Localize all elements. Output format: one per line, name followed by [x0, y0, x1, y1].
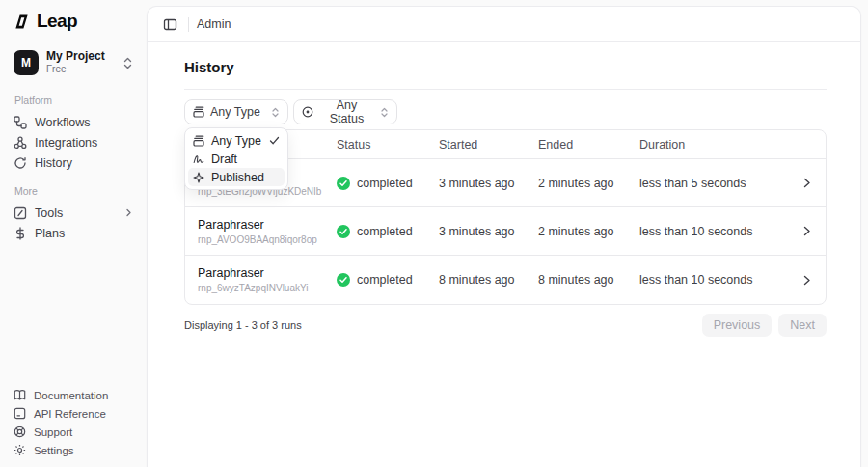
check-circle-icon	[337, 273, 350, 287]
run-id: rnp_6wyzTAzpqINVluakYi	[198, 283, 337, 293]
chevron-right-icon	[124, 208, 133, 217]
menu-item-published[interactable]: Published	[188, 168, 285, 186]
project-name: My Project	[46, 50, 115, 64]
breadcrumb: Admin	[197, 17, 231, 31]
sidebar-item-tools[interactable]: Tools	[0, 203, 147, 223]
row-chevron[interactable]	[800, 226, 826, 236]
menu-item-label: Draft	[211, 152, 237, 166]
sidebar-item-label: History	[35, 156, 72, 170]
sidebar-item-label: API Reference	[34, 408, 106, 420]
sidebar-item-label: Tools	[35, 206, 63, 220]
topbar-divider	[188, 17, 189, 32]
brand-logo-row: Leap	[0, 10, 147, 33]
project-switcher[interactable]: M My Project Free	[8, 46, 139, 79]
draft-scribble-icon	[193, 153, 204, 165]
sidebar-item-plans[interactable]: Plans	[0, 223, 147, 243]
sidebar-item-workflows[interactable]: Workflows	[0, 112, 147, 132]
status-badge: completed	[337, 273, 439, 287]
status-label: completed	[357, 273, 413, 287]
sidebar-item-settings[interactable]: Settings	[0, 441, 147, 459]
sidebar-item-label: Support	[34, 426, 72, 438]
column-header-duration: Duration	[639, 138, 800, 151]
chevrons-up-down-icon	[380, 107, 389, 118]
type-icon	[193, 135, 204, 147]
row-chevron[interactable]	[800, 275, 826, 286]
status-filter-select[interactable]: Any Status	[293, 99, 397, 124]
duration-cell: less than 5 seconds	[639, 177, 800, 190]
check-circle-icon	[337, 177, 350, 190]
book-open-icon	[14, 389, 26, 401]
sidebar-footer: Documentation API Reference Support Sett…	[0, 386, 147, 461]
menu-item-label: Published	[211, 171, 264, 184]
sidebar-item-label: Settings	[34, 445, 74, 456]
history-icon	[14, 156, 27, 170]
sidebar-item-label: Documentation	[34, 390, 108, 401]
filters-row: Any Type Any Status	[184, 99, 827, 124]
run-name: Paraphraser	[198, 266, 337, 280]
menu-item-any-type[interactable]: Any Type	[188, 131, 285, 150]
square-terminal-icon	[14, 407, 26, 420]
type-filter-menu: Any Type Draft	[184, 127, 288, 190]
project-avatar: M	[14, 50, 39, 75]
column-header-status: Status	[337, 138, 439, 151]
menu-item-label: Any Type	[211, 134, 261, 148]
sidebar-item-history[interactable]: History	[0, 152, 147, 173]
leap-logo-icon	[14, 14, 30, 30]
started-cell: 3 minutes ago	[439, 225, 538, 238]
menu-item-draft[interactable]: Draft	[188, 150, 285, 168]
gear-icon	[14, 444, 26, 456]
run-id: rnp_AVOO9BAAqn8iqor8op	[198, 234, 337, 245]
sidebar-section-platform: Platform	[14, 95, 147, 106]
started-cell: 8 minutes ago	[439, 273, 538, 287]
sparkle-icon	[193, 172, 204, 183]
ended-cell: 8 minutes ago	[538, 273, 639, 287]
circle-dot-icon	[302, 106, 313, 118]
sidebar-item-label: Plans	[35, 227, 65, 240]
status-label: completed	[357, 225, 413, 238]
pagination-summary: Displaying 1 - 3 of 3 runs	[184, 319, 302, 331]
workflow-icon	[14, 116, 27, 129]
pagination: Displaying 1 - 3 of 3 runs Previous Next	[184, 314, 827, 337]
type-filter-select[interactable]: Any Type	[184, 99, 288, 124]
title-divider	[184, 89, 827, 90]
app-window: Leap M My Project Free Platform Workflow…	[0, 0, 868, 467]
brand-name: Leap	[37, 11, 77, 32]
topbar: Admin	[148, 7, 860, 42]
table-row[interactable]: Paraphraser rnp_6wyzTAzpqINVluakYi compl…	[185, 256, 826, 304]
status-badge: completed	[337, 225, 439, 238]
ended-cell: 2 minutes ago	[538, 225, 639, 238]
previous-button[interactable]: Previous	[702, 314, 773, 337]
tools-icon	[14, 206, 27, 220]
sidebar-toggle-button[interactable]	[159, 14, 180, 35]
ended-cell: 2 minutes ago	[538, 177, 639, 190]
started-cell: 3 minutes ago	[439, 177, 538, 190]
page-title: History	[184, 59, 827, 75]
sidebar-section-more: More	[14, 185, 147, 197]
type-icon	[193, 106, 204, 118]
column-header-started: Started	[439, 138, 538, 151]
check-icon	[269, 135, 280, 146]
table-row[interactable]: Paraphraser rnp_AVOO9BAAqn8iqor8op compl…	[185, 207, 826, 256]
next-button[interactable]: Next	[778, 314, 827, 337]
row-chevron[interactable]	[800, 178, 826, 188]
sidebar-item-integrations[interactable]: Integrations	[0, 132, 147, 152]
main-panel: Admin History Any Type	[147, 6, 861, 467]
column-header-ended: Ended	[538, 138, 639, 151]
sidebar-item-documentation[interactable]: Documentation	[0, 386, 147, 404]
dollar-icon	[14, 227, 27, 240]
chevrons-up-down-icon	[271, 107, 280, 118]
project-plan-badge: Free	[46, 64, 115, 75]
sidebar-item-support[interactable]: Support	[0, 423, 147, 441]
sidebar-item-label: Integrations	[35, 136, 97, 150]
check-circle-icon	[337, 225, 350, 238]
life-buoy-icon	[14, 426, 26, 438]
integrations-icon	[14, 136, 27, 150]
history-page: History Any Type Any Status	[148, 42, 860, 337]
status-badge: completed	[337, 177, 439, 190]
status-label: completed	[357, 177, 413, 190]
sidebar-item-label: Workflows	[35, 116, 90, 129]
type-filter-value: Any Type	[210, 105, 260, 119]
sidebar-item-api-reference[interactable]: API Reference	[0, 404, 147, 423]
duration-cell: less than 10 seconds	[639, 225, 800, 238]
run-name: Paraphraser	[198, 218, 337, 232]
